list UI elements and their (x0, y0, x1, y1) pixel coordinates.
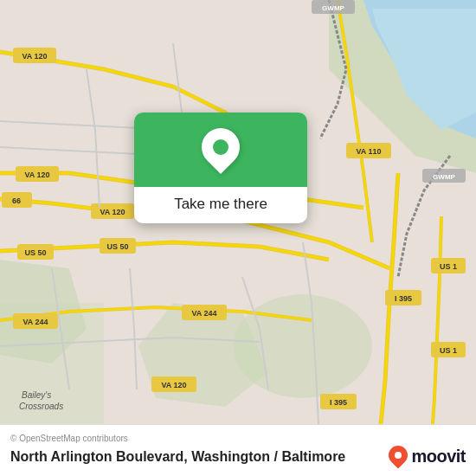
svg-text:GWMP: GWMP (322, 4, 344, 12)
svg-text:VA 120: VA 120 (24, 170, 49, 179)
moovit-text: moovit (411, 447, 466, 466)
location-name: North Arlington Boulevard, Washington / … (10, 449, 345, 465)
svg-text:GWMP: GWMP (433, 173, 455, 181)
svg-text:VA 120: VA 120 (161, 381, 186, 389)
svg-text:VA 120: VA 120 (22, 52, 47, 61)
svg-text:I 395: I 395 (395, 294, 412, 303)
svg-text:VA 244: VA 244 (23, 318, 48, 326)
moovit-pin-icon (389, 446, 408, 468)
svg-text:US 1: US 1 (440, 346, 457, 355)
location-pin-icon (202, 128, 240, 175)
svg-text:US 50: US 50 (106, 242, 128, 251)
location-row: North Arlington Boulevard, Washington / … (10, 446, 466, 468)
moovit-logo: moovit (389, 446, 466, 468)
svg-text:VA 244: VA 244 (191, 309, 216, 318)
bottom-info-bar: © OpenStreetMap contributors North Arlin… (0, 424, 476, 476)
svg-text:VA 120: VA 120 (100, 208, 125, 216)
svg-text:US 1: US 1 (440, 262, 457, 271)
svg-text:US 50: US 50 (24, 248, 46, 257)
svg-text:66: 66 (12, 196, 21, 205)
svg-text:I 395: I 395 (330, 398, 347, 407)
svg-point-5 (234, 294, 372, 398)
popup-icon-bg (134, 113, 307, 187)
map-attribution: © OpenStreetMap contributors (10, 434, 466, 443)
map-area: VA 120 VA 120 VA 120 US 50 US 50 VA 244 … (0, 0, 476, 424)
svg-text:VA 110: VA 110 (356, 147, 381, 156)
take-me-there-label[interactable]: Take me there (160, 187, 281, 223)
svg-text:Crossroads: Crossroads (19, 402, 63, 411)
svg-text:Bailey's: Bailey's (22, 390, 51, 400)
take-me-there-popup[interactable]: Take me there (134, 113, 307, 223)
